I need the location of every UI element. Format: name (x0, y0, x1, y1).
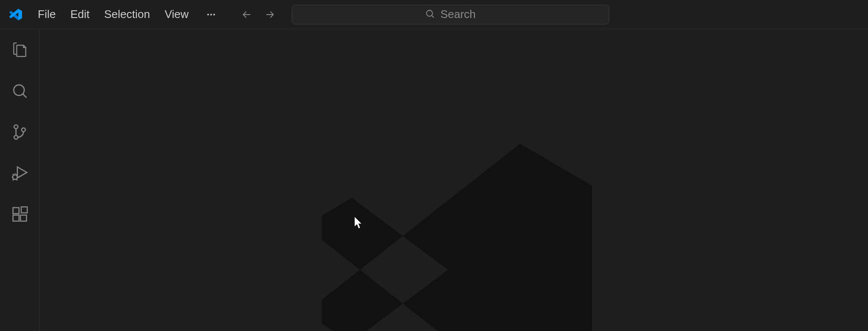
svg-point-7 (21, 128, 25, 132)
search-icon (425, 9, 435, 21)
menu-overflow-icon[interactable] (206, 9, 216, 20)
svg-point-6 (14, 135, 18, 139)
svg-point-0 (207, 14, 209, 15)
menu-bar: File Edit Selection View (37, 6, 190, 23)
svg-point-8 (12, 175, 17, 180)
menu-edit[interactable]: Edit (70, 6, 91, 23)
activity-source-control-icon[interactable] (9, 122, 30, 142)
nav-group (240, 8, 276, 21)
nav-forward-icon[interactable] (263, 8, 276, 21)
svg-point-3 (426, 10, 432, 16)
vscode-logo-icon (7, 6, 24, 23)
menu-view[interactable]: View (164, 6, 190, 23)
svg-rect-12 (21, 207, 27, 213)
editor-area (39, 29, 868, 331)
body (0, 29, 868, 331)
search-placeholder: Search (440, 8, 475, 21)
activity-explorer-icon[interactable] (9, 39, 30, 60)
svg-point-5 (14, 125, 18, 129)
svg-rect-11 (20, 215, 26, 221)
title-bar: File Edit Selection View Search (0, 0, 868, 29)
activity-run-debug-icon[interactable] (9, 163, 30, 184)
svg-point-4 (14, 85, 24, 96)
svg-rect-9 (13, 208, 19, 214)
command-center-search[interactable]: Search (292, 5, 609, 24)
nav-back-icon[interactable] (240, 8, 253, 21)
svg-rect-10 (13, 215, 19, 221)
vscode-watermark-icon (304, 120, 604, 331)
menu-file[interactable]: File (37, 6, 57, 23)
svg-point-2 (213, 14, 215, 15)
svg-point-1 (210, 14, 212, 15)
activity-extensions-icon[interactable] (9, 204, 30, 225)
menu-selection[interactable]: Selection (103, 6, 151, 23)
activity-search-icon[interactable] (9, 81, 30, 101)
activity-bar (0, 29, 39, 331)
